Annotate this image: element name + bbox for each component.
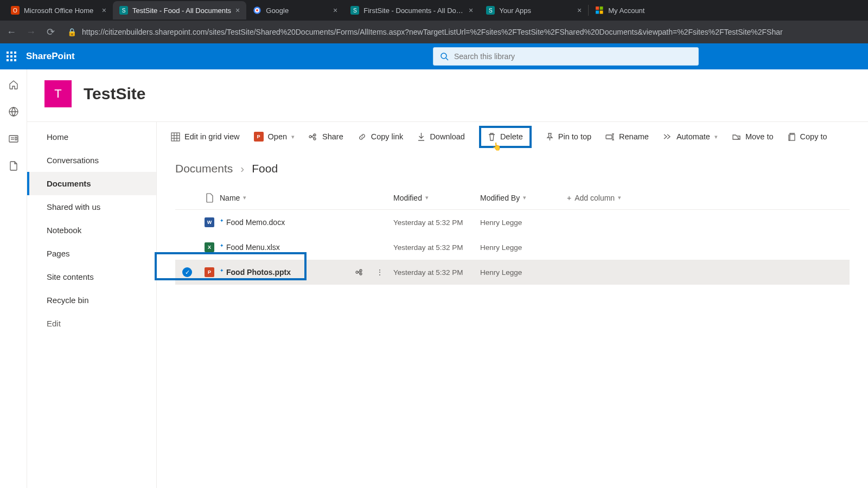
modified-by-header[interactable]: Modified By▾ xyxy=(480,194,567,202)
cmd-label: Rename xyxy=(619,132,649,141)
google-icon xyxy=(253,6,261,15)
rename-button[interactable]: Rename xyxy=(605,132,649,141)
file-name[interactable]: Food Memo.docx xyxy=(226,218,285,227)
new-indicator-icon: ✦ xyxy=(220,243,224,248)
cmd-label: Copy to xyxy=(800,132,827,141)
edit-grid-button[interactable]: Edit in grid view xyxy=(171,132,240,142)
file-name[interactable]: Food Menu.xlsx xyxy=(226,243,280,252)
sharepoint-icon: S xyxy=(486,6,495,15)
modified-cell: Yesterday at 5:32 PM xyxy=(393,219,480,227)
nav-pages[interactable]: Pages xyxy=(27,242,156,265)
app-launcher-icon[interactable] xyxy=(7,52,16,61)
copy-button[interactable]: Copy to xyxy=(788,132,827,142)
news-icon[interactable] xyxy=(8,133,19,144)
url-text: https://citizenbuilders.sharepoint.com/s… xyxy=(82,28,783,36)
trash-icon xyxy=(488,132,496,142)
pin-button[interactable]: Pin to top xyxy=(546,132,591,142)
breadcrumb-parent[interactable]: Documents xyxy=(175,162,233,175)
svg-rect-10 xyxy=(7,55,9,57)
table-row[interactable]: W ✦Food Memo.docx Yesterday at 5:32 PM H… xyxy=(175,210,850,235)
files-icon[interactable] xyxy=(8,160,19,171)
cmd-label: Download xyxy=(430,132,465,141)
chevron-down-icon: ▾ xyxy=(243,194,246,201)
move-button[interactable]: Move to xyxy=(732,132,774,141)
new-indicator-icon: ✦ xyxy=(220,268,224,273)
sharepoint-icon: S xyxy=(119,6,128,15)
search-box[interactable] xyxy=(433,47,699,66)
file-type-header[interactable] xyxy=(199,193,220,203)
command-bar: Edit in grid view P Open ▾ Share Copy li… xyxy=(157,122,868,151)
globe-icon[interactable] xyxy=(8,106,19,117)
browser-tab[interactable]: O Microsoft Office Home × xyxy=(4,1,113,20)
svg-rect-28 xyxy=(606,135,612,139)
browser-tab[interactable]: S FirstSite - Documents - All Docum × xyxy=(344,1,480,20)
delete-button[interactable]: Delete 👆 xyxy=(479,126,532,148)
close-icon[interactable]: × xyxy=(577,6,582,15)
tab-title: Google xyxy=(266,7,329,15)
grid-icon xyxy=(171,132,180,142)
file-name[interactable]: Food Photos.pptx xyxy=(226,268,291,277)
modified-by-cell: Henry Legge xyxy=(480,243,567,252)
table-row[interactable]: X ✦Food Menu.xlsx Yesterday at 5:32 PM H… xyxy=(175,235,850,260)
chevron-down-icon: ▾ xyxy=(291,133,295,140)
excel-icon: X xyxy=(205,242,214,252)
nav-recycle-bin[interactable]: Recycle bin xyxy=(27,288,156,312)
tab-title: My Account xyxy=(608,7,669,15)
close-icon[interactable]: × xyxy=(102,6,106,15)
browser-tab[interactable]: S TestSite - Food - All Documents × xyxy=(113,1,246,20)
checkmark-icon[interactable]: ✓ xyxy=(182,267,192,277)
move-icon xyxy=(732,133,741,141)
more-icon[interactable]: ⋮ xyxy=(376,268,384,277)
close-icon[interactable]: × xyxy=(235,6,240,15)
download-button[interactable]: Download xyxy=(417,132,465,142)
modified-header[interactable]: Modified▾ xyxy=(393,194,480,202)
forward-icon[interactable]: → xyxy=(25,27,37,38)
address-bar: ← → ⟳ 🔒 https://citizenbuilders.sharepoi… xyxy=(0,21,868,43)
sharepoint-brand[interactable]: SharePoint xyxy=(26,51,75,62)
svg-rect-22 xyxy=(15,137,17,140)
browser-tab[interactable]: Google × xyxy=(246,1,344,20)
modified-by-cell: Henry Legge xyxy=(480,219,567,227)
share-icon[interactable] xyxy=(355,268,364,277)
site-logo[interactable]: T xyxy=(44,80,72,107)
add-column-button[interactable]: +Add column▾ xyxy=(567,194,850,202)
close-icon[interactable]: × xyxy=(469,6,473,15)
nav-documents[interactable]: Documents xyxy=(27,172,156,195)
url-field[interactable]: 🔒 https://citizenbuilders.sharepoint.com… xyxy=(64,28,863,36)
nav-notebook[interactable]: Notebook xyxy=(27,219,156,242)
reload-icon[interactable]: ⟳ xyxy=(44,26,56,38)
close-icon[interactable]: × xyxy=(333,6,337,15)
copy-link-button[interactable]: Copy link xyxy=(358,132,404,142)
nav-shared-with-us[interactable]: Shared with us xyxy=(27,195,156,219)
svg-rect-5 xyxy=(596,11,599,14)
open-button[interactable]: P Open ▾ xyxy=(254,132,295,142)
suite-bar: SharePoint xyxy=(0,43,868,69)
cmd-label: Edit in grid view xyxy=(184,132,240,141)
search-input[interactable] xyxy=(454,52,692,61)
chevron-down-icon: ▾ xyxy=(523,194,526,201)
site-header: T TestSite xyxy=(27,69,868,121)
back-icon[interactable]: ← xyxy=(5,27,17,38)
nav-edit[interactable]: Edit xyxy=(27,312,156,335)
tab-title: FirstSite - Documents - All Docum xyxy=(363,7,464,15)
svg-rect-4 xyxy=(600,7,603,10)
browser-tab[interactable]: S Your Apps × xyxy=(480,1,588,20)
nav-conversations[interactable]: Conversations xyxy=(27,149,156,172)
svg-line-17 xyxy=(446,58,448,60)
home-icon[interactable] xyxy=(8,79,19,90)
nav-home[interactable]: Home xyxy=(27,125,156,149)
chevron-down-icon: ▾ xyxy=(714,133,718,140)
name-header[interactable]: Name▾ xyxy=(220,194,393,202)
ms-icon xyxy=(595,6,604,15)
svg-rect-9 xyxy=(14,52,16,54)
cmd-label: Delete xyxy=(500,132,523,141)
svg-rect-14 xyxy=(10,59,12,61)
modified-by-cell: Henry Legge xyxy=(480,268,567,277)
automate-button[interactable]: Automate ▾ xyxy=(663,132,718,141)
share-button[interactable]: Share xyxy=(309,132,343,142)
site-title[interactable]: TestSite xyxy=(84,85,145,103)
browser-tab[interactable]: My Account xyxy=(589,1,675,20)
chevron-down-icon: ▾ xyxy=(618,194,621,201)
nav-site-contents[interactable]: Site contents xyxy=(27,265,156,288)
table-row[interactable]: ✓ P ✦Food Photos.pptx ⋮ Yesterday at 5:3… xyxy=(175,260,850,285)
